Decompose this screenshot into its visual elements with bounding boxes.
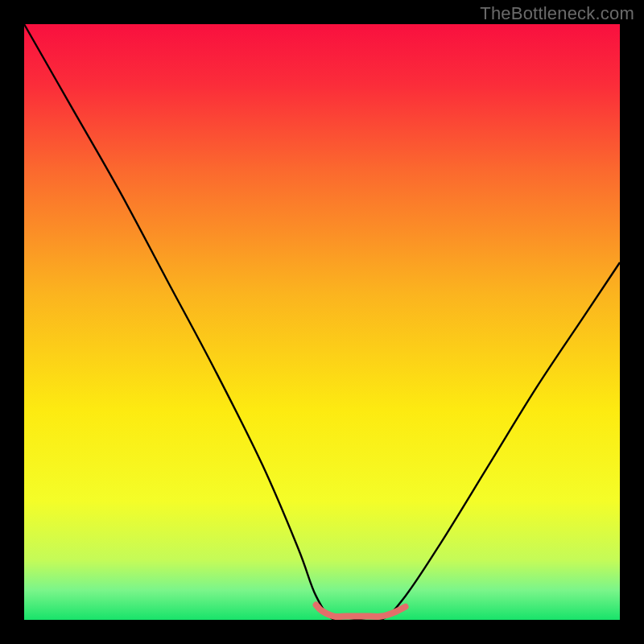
plot-background-gradient: [24, 24, 620, 620]
bottleneck-chart: [0, 0, 644, 644]
chart-frame: TheBottleneck.com: [0, 0, 644, 644]
watermark-label: TheBottleneck.com: [480, 3, 634, 24]
